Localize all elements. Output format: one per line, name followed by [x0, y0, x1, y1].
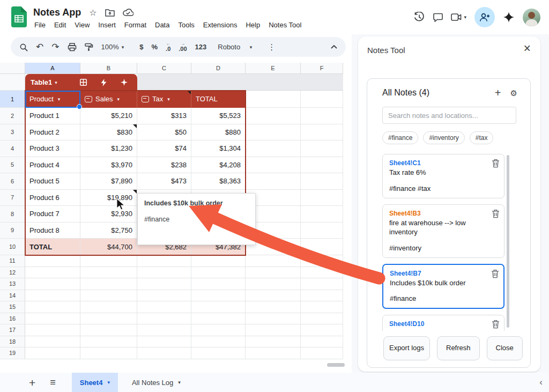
cell-D13[interactable]	[191, 278, 246, 290]
cell-A16[interactable]	[25, 313, 80, 325]
zoom-select[interactable]: 100% ▾	[101, 43, 124, 51]
cell-B6[interactable]: $7,890	[80, 173, 137, 190]
move-folder-icon[interactable]	[105, 9, 115, 17]
settings-gear-icon[interactable]: ⚙	[510, 89, 517, 97]
row-header-13[interactable]: 13	[0, 278, 25, 290]
cell-F4[interactable]	[301, 140, 343, 157]
cell-D5[interactable]: $4,208	[191, 157, 246, 174]
cell-A14[interactable]	[25, 290, 80, 302]
cell-B10[interactable]: $44,700	[80, 239, 137, 255]
cell-A19[interactable]	[25, 347, 80, 359]
cell-F1[interactable]	[301, 91, 343, 108]
version-history-icon[interactable]	[413, 12, 425, 23]
row-header-7[interactable]: 7	[0, 190, 25, 206]
cell-E5[interactable]	[246, 157, 301, 174]
cell-C3[interactable]: $50	[137, 124, 191, 141]
row-header-1[interactable]: 1	[0, 91, 25, 108]
note-location[interactable]: Sheet4!D10	[389, 320, 498, 328]
row-header-3[interactable]: 3	[0, 124, 25, 141]
cell-A11[interactable]	[25, 255, 80, 267]
percent-format-button[interactable]: %	[152, 43, 158, 50]
cell-F9[interactable]	[301, 223, 343, 239]
export-logs-button[interactable]: Export logs	[383, 336, 430, 360]
cell-B17[interactable]	[80, 324, 137, 336]
row-header-12[interactable]: 12	[0, 267, 25, 279]
cell-A17[interactable]	[25, 324, 80, 336]
cell-D4[interactable]: $1,304	[191, 140, 246, 157]
all-sheets-menu-icon[interactable]: ≡	[50, 378, 56, 387]
cell-F3[interactable]	[301, 124, 343, 141]
cell-B5[interactable]: $3,970	[80, 157, 137, 174]
delete-note-button[interactable]	[491, 269, 499, 280]
cell-F14[interactable]	[301, 290, 343, 302]
cell-D18[interactable]	[191, 336, 246, 348]
cell-A9[interactable]: Product 8	[25, 223, 80, 239]
column-header-C[interactable]: C	[137, 63, 191, 74]
cell-D15[interactable]	[191, 301, 246, 313]
row-header-16[interactable]: 16	[0, 313, 25, 325]
row-header-19[interactable]: 19	[0, 347, 25, 359]
menu-file[interactable]: File	[30, 19, 50, 31]
cell-B15[interactable]	[80, 301, 137, 313]
table-header-sales[interactable]: Sales▾	[80, 91, 137, 108]
cell-E3[interactable]	[246, 124, 301, 141]
cell-E14[interactable]	[246, 290, 301, 302]
row-header-18[interactable]: 18	[0, 336, 25, 348]
meet-camera-icon[interactable]: ▾	[451, 13, 466, 21]
menu-format[interactable]: Format	[120, 19, 151, 31]
cell-D19[interactable]	[191, 347, 246, 359]
lightning-icon[interactable]	[101, 79, 107, 86]
cell-E12[interactable]	[246, 267, 301, 279]
close-button[interactable]: Close	[487, 336, 523, 360]
cell-A5[interactable]: Product 4	[25, 157, 80, 174]
cell-E4[interactable]	[246, 140, 301, 157]
note-card[interactable]: Sheet4!B7Includes $10k bulk order#financ…	[382, 264, 505, 309]
cell-B8[interactable]: $2,930	[80, 206, 137, 223]
table-name-chip[interactable]: Table1▾	[25, 74, 137, 91]
cell-B4[interactable]: $1,230	[80, 140, 137, 157]
cell-B12[interactable]	[80, 267, 137, 279]
cell-D2[interactable]: $5,523	[191, 108, 246, 124]
share-button[interactable]	[474, 7, 495, 27]
row-header-2[interactable]: 2	[0, 108, 25, 124]
cell-F12[interactable]	[301, 267, 343, 279]
cell-D6[interactable]: $8,363	[191, 173, 246, 190]
tag-chip-inventory[interactable]: #inventory	[423, 131, 464, 144]
row-header-10[interactable]: 10	[0, 239, 25, 255]
tag-chip-tax[interactable]: #tax	[470, 131, 494, 144]
cell-C15[interactable]	[137, 301, 191, 313]
cell-A12[interactable]	[25, 267, 80, 279]
tab-all-notes-log[interactable]: All Notes Log ▾	[127, 379, 186, 387]
cell-B11[interactable]	[80, 255, 137, 267]
note-card[interactable]: Sheet4!C1Tax rate 6%#finance #tax	[382, 154, 505, 198]
cell-C17[interactable]	[137, 324, 191, 336]
cell-E19[interactable]	[246, 347, 301, 359]
cell-E2[interactable]	[246, 108, 301, 124]
cell-A13[interactable]	[25, 278, 80, 290]
cell-B13[interactable]	[80, 278, 137, 290]
cell-F5[interactable]	[301, 157, 343, 174]
delete-note-button[interactable]	[492, 209, 500, 220]
cell-D17[interactable]	[191, 324, 246, 336]
currency-format-button[interactable]: $	[139, 43, 143, 50]
chevron-down-icon[interactable]: ▾	[107, 380, 110, 385]
cell-C16[interactable]	[137, 313, 191, 325]
cell-F18[interactable]	[301, 336, 343, 348]
chevron-down-icon[interactable]: ▾	[464, 15, 466, 20]
delete-note-button[interactable]	[492, 159, 500, 169]
menu-data[interactable]: Data	[151, 19, 174, 31]
note-location[interactable]: Sheet4!B7	[390, 270, 497, 277]
cell-C11[interactable]	[137, 255, 191, 267]
cell-B14[interactable]	[80, 290, 137, 302]
column-header-E[interactable]: E	[246, 63, 301, 74]
menu-edit[interactable]: Edit	[50, 19, 70, 31]
paint-format-icon[interactable]	[85, 43, 93, 51]
cell-B18[interactable]	[80, 336, 137, 348]
row-header-5[interactable]: 5	[0, 157, 25, 174]
cell-B3[interactable]: $830	[80, 124, 137, 141]
cell-F10[interactable]	[301, 239, 343, 255]
cell-E17[interactable]	[246, 324, 301, 336]
table-header-total[interactable]: TOTAL	[191, 91, 246, 108]
cell-A3[interactable]: Product 2	[25, 124, 80, 141]
search-icon[interactable]	[19, 43, 28, 51]
